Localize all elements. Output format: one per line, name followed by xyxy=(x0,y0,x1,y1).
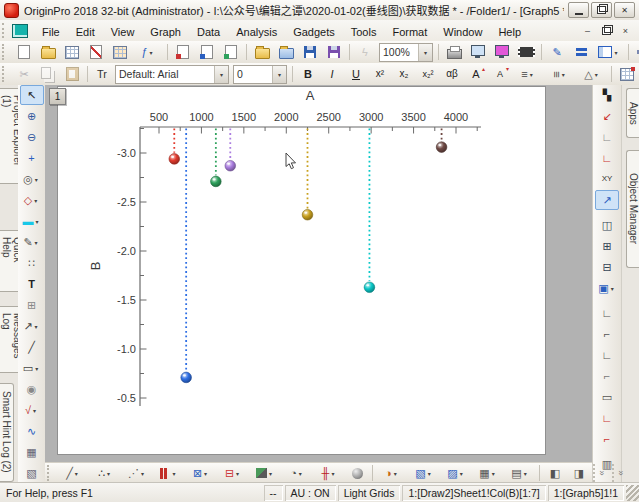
close-button[interactable]: ✕ xyxy=(614,2,635,18)
reduce-page-button[interactable]: ◨ xyxy=(568,463,590,483)
merge-layers-button[interactable]: ▣▾ xyxy=(592,278,622,298)
data-selector-tool-button[interactable]: ◇▾ xyxy=(17,190,47,210)
status-autoupdate[interactable]: AU : ON xyxy=(285,485,336,501)
dropdown-arrow-icon[interactable]: ▾ xyxy=(331,470,334,477)
pan-tool-button[interactable]: ◉ xyxy=(20,379,44,399)
superscript-button[interactable]: x² xyxy=(369,64,391,84)
data-point[interactable] xyxy=(225,160,236,171)
draw-data-points-button[interactable]: ↙ xyxy=(595,106,619,126)
menu-format[interactable]: Format xyxy=(384,24,435,40)
new-matrix-button[interactable] xyxy=(109,42,131,62)
underline-button[interactable]: U xyxy=(345,64,367,84)
new-layer-top-right-button[interactable]: ⌐ xyxy=(595,324,619,344)
annotation-tool-button[interactable]: ⊞ xyxy=(20,295,44,315)
dropdown-arrow-icon[interactable]: ▾ xyxy=(35,218,38,225)
zoom-in-tool-button[interactable]: ⊕ xyxy=(20,106,44,126)
open-template-button[interactable] xyxy=(251,42,273,62)
equation-tool-button[interactable]: √▾ xyxy=(17,400,47,420)
dropdown-arrow-icon[interactable]: ▾ xyxy=(418,44,432,61)
layer-1-button[interactable]: 1 xyxy=(49,88,66,105)
plot-column-button[interactable]: ▾ xyxy=(154,463,184,483)
curve-tool-button[interactable]: ∿ xyxy=(20,421,44,441)
plot-pie-button[interactable]: ◑▾ xyxy=(377,463,407,483)
decrease-font-button[interactable]: A▾ xyxy=(489,64,511,84)
toolbar-overflow[interactable]: » xyxy=(593,464,608,482)
dropdown-arrow-icon[interactable]: ▾ xyxy=(428,470,431,477)
plot-polar-button[interactable]: ◔▾ xyxy=(282,463,312,483)
table-tool-button[interactable]: ▦ xyxy=(20,442,44,462)
screen-reader-tool-button[interactable]: + xyxy=(20,148,44,168)
restore-button[interactable] xyxy=(591,2,612,18)
dropdown-arrow-icon[interactable]: ▾ xyxy=(34,197,37,204)
plot-3d-scatter-button[interactable] xyxy=(346,463,368,483)
plot-stock-button[interactable]: ╫▾ xyxy=(314,463,344,483)
dropdown-arrow-icon[interactable]: ▾ xyxy=(269,470,272,477)
enlarge-page-button[interactable]: ◧ xyxy=(544,463,566,483)
dropdown-arrow-icon[interactable]: ▾ xyxy=(611,285,614,292)
mdi-minimize-button[interactable]: – xyxy=(580,24,595,37)
dropdown-arrow-icon[interactable]: ▾ xyxy=(394,470,397,477)
dropdown-arrow-icon[interactable]: ▾ xyxy=(35,176,38,183)
alignment-button[interactable]: ≡▾ xyxy=(513,64,543,84)
layer-grid-button[interactable]: ⊞ xyxy=(595,236,619,256)
draw-dots-tool-button[interactable]: ∷ xyxy=(20,253,44,273)
layer-stack-button[interactable]: ⊟ xyxy=(595,257,619,277)
toolbar-overflow[interactable]: » xyxy=(612,464,627,482)
tab-object-manager[interactable]: Object Manager xyxy=(626,150,639,268)
dropdown-arrow-icon[interactable]: ▾ xyxy=(524,470,527,477)
screen-capture-button[interactable] xyxy=(491,42,513,62)
save-project-button[interactable] xyxy=(299,42,321,62)
new-layer-linked-bottom-button[interactable]: ∟ xyxy=(595,408,619,428)
import-excel-button[interactable] xyxy=(196,42,218,62)
data-point[interactable] xyxy=(436,142,447,153)
font-combo[interactable]: Default: Arial▾ xyxy=(115,65,229,84)
mdi-restore-button[interactable] xyxy=(599,24,614,37)
plot-3d-surface-button[interactable]: ▧▾ xyxy=(409,463,439,483)
font-size-combo[interactable]: 0▾ xyxy=(233,65,287,84)
data-point[interactable] xyxy=(181,372,192,383)
print-button[interactable] xyxy=(443,42,465,62)
video-capture-button[interactable] xyxy=(515,42,537,62)
resize-grip[interactable] xyxy=(626,485,639,501)
zoom-combo[interactable]: 100%▾ xyxy=(379,43,433,62)
plot-line-symbol-button[interactable]: ⋰▾ xyxy=(122,463,152,483)
import-single-ascii-button[interactable] xyxy=(220,42,242,62)
mask-tool-button[interactable]: ▬▾ xyxy=(17,211,47,231)
save-window-button[interactable] xyxy=(323,42,345,62)
rectangle-tool-button[interactable]: ▭▾ xyxy=(17,358,47,378)
increase-font-button[interactable]: A▴ xyxy=(465,64,487,84)
menu-graph[interactable]: Graph xyxy=(142,24,189,40)
menu-gadgets[interactable]: Gadgets xyxy=(285,24,343,40)
new-function-plot-button[interactable]: ƒ▾ xyxy=(133,42,163,62)
project-explorer-button[interactable] xyxy=(633,42,639,62)
line-tool-button[interactable]: ╱ xyxy=(20,337,44,357)
dropdown-arrow-icon[interactable]: ▾ xyxy=(35,365,38,372)
draw-tool-button[interactable]: ✎▾ xyxy=(17,232,47,252)
menu-analysis[interactable]: Analysis xyxy=(228,24,285,40)
plot-template-button[interactable]: ⊠▾ xyxy=(186,463,216,483)
print-preview-button[interactable] xyxy=(467,42,489,62)
layer-left-y-button[interactable]: ◫ xyxy=(595,215,619,235)
save-template-button[interactable] xyxy=(275,42,297,62)
subsuperscript-button[interactable]: x₂² xyxy=(417,64,439,84)
status-active-graph[interactable]: 1:[Graph5]1!1 xyxy=(548,485,624,501)
dropdown-arrow-icon[interactable]: ▾ xyxy=(150,49,153,56)
menu-file[interactable]: File xyxy=(34,24,68,40)
bold-button[interactable]: B xyxy=(297,64,319,84)
dropdown-arrow-icon[interactable]: ▾ xyxy=(172,470,175,477)
pointer-tool-button[interactable]: ↖ xyxy=(20,85,44,105)
apply-format-button[interactable] xyxy=(570,42,592,62)
plot-box-button[interactable]: ⊟▾ xyxy=(218,463,248,483)
text-tool-button[interactable]: T xyxy=(20,274,44,294)
status-active-data[interactable]: 1:[Draw2]Sheet1!Col(B)[1:7] xyxy=(402,485,545,501)
dropdown-arrow-icon[interactable]: ▾ xyxy=(595,71,598,78)
dropdown-arrow-icon[interactable]: ▾ xyxy=(614,49,617,56)
zoom-out-tool-button[interactable]: ⊖ xyxy=(20,127,44,147)
dropdown-arrow-icon[interactable]: ▾ xyxy=(75,470,78,477)
exchange-xy-button[interactable]: XY xyxy=(595,169,619,189)
status-grids[interactable]: Light Grids xyxy=(338,485,401,501)
layer-arrange-button[interactable]: ▾ xyxy=(594,42,624,62)
data-point[interactable] xyxy=(169,154,180,165)
dropdown-arrow-icon[interactable]: ▾ xyxy=(204,470,207,477)
new-layer-linked-top-button[interactable]: ⌐ xyxy=(595,429,619,449)
